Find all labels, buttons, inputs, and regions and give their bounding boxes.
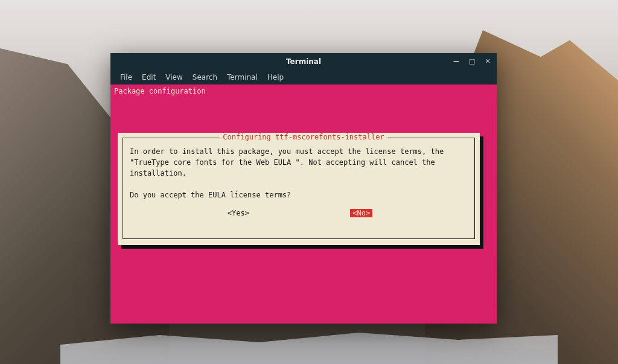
menu-search[interactable]: Search (188, 72, 222, 83)
menubar: File Edit View Search Terminal Help (110, 70, 497, 85)
menu-terminal[interactable]: Terminal (222, 72, 263, 83)
dialog-line2: "TrueType core fonts for the Web EULA ".… (130, 158, 435, 167)
menu-view[interactable]: View (161, 72, 187, 83)
debconf-dialog: In order to install this package, you mu… (118, 133, 480, 245)
titlebar[interactable]: Terminal (110, 53, 497, 70)
dialog-line1: In order to install this package, you mu… (130, 147, 444, 156)
terminal-content[interactable]: Package configuration In order to instal… (110, 85, 497, 324)
dialog-button-row: <Yes> <No> (127, 209, 470, 217)
terminal-window: Terminal File Edit View Search Terminal … (110, 53, 497, 324)
close-icon[interactable] (482, 56, 493, 66)
yes-button[interactable]: <Yes> (225, 209, 252, 217)
menu-help[interactable]: Help (263, 72, 288, 83)
dialog-body: In order to install this package, you mu… (127, 140, 470, 206)
maximize-icon[interactable] (467, 56, 477, 66)
package-config-header: Package configuration (113, 87, 494, 95)
minimize-icon[interactable] (451, 56, 462, 66)
window-title: Terminal (286, 57, 321, 66)
window-controls (451, 56, 493, 66)
menu-file[interactable]: File (115, 72, 137, 83)
no-button[interactable]: <No> (350, 209, 372, 217)
dialog-line3: installation. (130, 169, 186, 177)
dialog-question: Do you accept the EULA license terms? (130, 191, 291, 199)
menu-edit[interactable]: Edit (137, 72, 161, 83)
dialog-title: Configuring ttf-mscorefonts-installer (219, 133, 387, 141)
